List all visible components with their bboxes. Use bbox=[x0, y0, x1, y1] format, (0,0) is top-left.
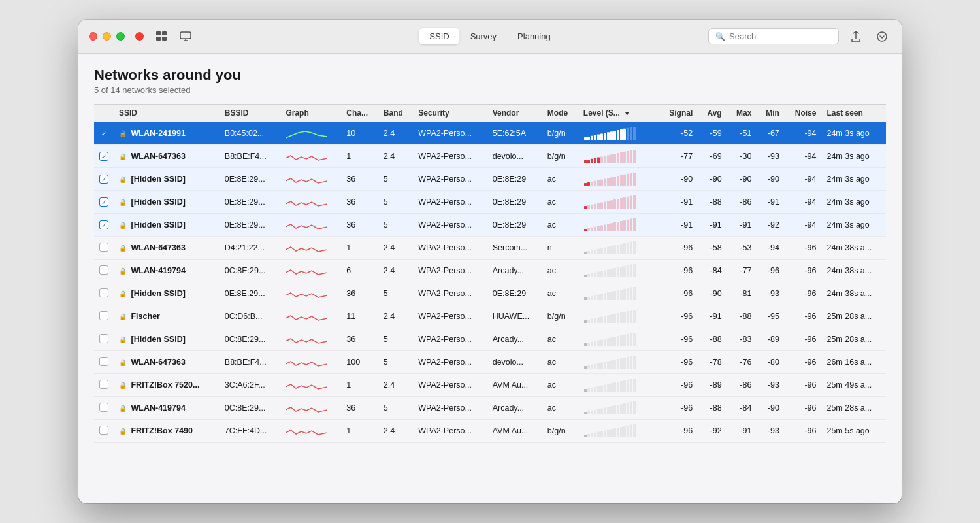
col-level[interactable]: Level (S... ▼ bbox=[578, 105, 659, 122]
row-checkbox[interactable] bbox=[99, 403, 108, 412]
table-row[interactable]: ✓ 🔒 WLAN-647363 B8:BE:F4... 1 2.4 WPA2-P… bbox=[94, 145, 886, 168]
svg-rect-154 bbox=[591, 342, 593, 346]
row-checkbox[interactable]: ✓ bbox=[99, 197, 108, 207]
col-mode[interactable]: Mode bbox=[542, 105, 578, 122]
svg-rect-204 bbox=[597, 409, 600, 414]
table-row[interactable]: 🔒 WLAN-647363 B8:BE:F4... 100 5 WPA2-Per… bbox=[94, 351, 886, 374]
col-graph[interactable]: Graph bbox=[280, 105, 341, 122]
table-row[interactable]: ✓ 🔒 [Hidden SSID] 0E:8E:29... 36 5 WPA2-… bbox=[94, 191, 886, 214]
row-security: WPA2-Perso... bbox=[413, 145, 487, 168]
table-row[interactable]: ✓ 🔒 [Hidden SSID] 0E:8E:29... 36 5 WPA2-… bbox=[94, 214, 886, 237]
maximize-button[interactable] bbox=[116, 32, 125, 41]
row-checkbox[interactable] bbox=[99, 357, 108, 366]
row-checkbox-cell[interactable]: ✓ bbox=[94, 168, 114, 191]
search-input[interactable] bbox=[729, 31, 832, 41]
col-ssid[interactable]: SSID bbox=[114, 105, 220, 122]
row-checkbox-cell[interactable] bbox=[94, 282, 114, 305]
col-noise[interactable]: Noise bbox=[785, 105, 822, 122]
table-row[interactable]: 🔒 WLAN-419794 0C:8E:29... 6 2.4 WPA2-Per… bbox=[94, 260, 886, 282]
row-channel: 1 bbox=[341, 237, 378, 260]
search-bar[interactable]: 🔍 bbox=[708, 28, 839, 44]
row-noise: -96 bbox=[785, 420, 822, 443]
nav-planning[interactable]: Planning bbox=[507, 28, 561, 44]
row-checkbox-cell[interactable] bbox=[94, 260, 114, 282]
row-band: 2.4 bbox=[378, 420, 413, 443]
table-row[interactable]: 🔒 FRITZ!Box 7520... 3C:A6:2F... 1 2.4 WP… bbox=[94, 374, 886, 397]
svg-rect-14 bbox=[604, 133, 606, 140]
col-max[interactable]: Max bbox=[727, 105, 757, 122]
row-checkbox[interactable]: ✓ bbox=[99, 175, 108, 184]
svg-rect-114 bbox=[617, 267, 619, 277]
svg-rect-175 bbox=[607, 361, 610, 369]
col-min[interactable]: Min bbox=[757, 105, 785, 122]
row-checkbox[interactable] bbox=[99, 311, 108, 320]
col-security[interactable]: Security bbox=[413, 105, 487, 122]
row-checkbox[interactable]: ✓ bbox=[99, 129, 108, 138]
svg-rect-135 bbox=[633, 287, 636, 300]
nav-inspector[interactable]: SSID bbox=[419, 28, 459, 44]
col-avg[interactable]: Avg bbox=[698, 105, 727, 122]
svg-rect-224 bbox=[610, 429, 613, 437]
svg-rect-221 bbox=[600, 431, 603, 438]
svg-point-7 bbox=[877, 32, 887, 41]
col-vendor[interactable]: Vendor bbox=[487, 105, 542, 122]
svg-rect-132 bbox=[623, 289, 626, 300]
col-bssid[interactable]: BSSID bbox=[220, 105, 281, 122]
ssid-name: WLAN-419794 bbox=[131, 266, 185, 275]
row-ssid: 🔒 WLAN-647363 bbox=[114, 237, 220, 260]
ssid-name: [Hidden SSID] bbox=[131, 220, 185, 229]
col-channel[interactable]: Cha... bbox=[341, 105, 378, 122]
col-band[interactable]: Band bbox=[378, 105, 413, 122]
row-checkbox-cell[interactable] bbox=[94, 237, 114, 260]
row-checkbox-cell[interactable]: ✓ bbox=[94, 214, 114, 237]
svg-rect-156 bbox=[597, 341, 600, 346]
svg-rect-211 bbox=[620, 404, 623, 414]
level-bar-svg bbox=[583, 150, 642, 163]
row-checkbox-cell[interactable] bbox=[94, 420, 114, 443]
row-max: -90 bbox=[727, 168, 757, 191]
row-checkbox-cell[interactable] bbox=[94, 351, 114, 374]
table-row[interactable]: ✓ 🔒 WLAN-241991 B0:45:02... 10 2.4 WPA2-… bbox=[94, 122, 886, 145]
table-row[interactable]: 🔒 WLAN-647363 D4:21:22... 1 2.4 WPA2-Per… bbox=[94, 237, 886, 260]
monitor-button[interactable] bbox=[176, 27, 195, 46]
row-checkbox[interactable] bbox=[99, 243, 108, 252]
col-last-seen[interactable]: Last seen bbox=[821, 105, 886, 122]
row-noise: -94 bbox=[785, 122, 822, 145]
nav-survey[interactable]: Survey bbox=[460, 28, 507, 44]
row-checkbox[interactable] bbox=[99, 288, 108, 297]
share-button[interactable] bbox=[847, 27, 865, 46]
row-checkbox[interactable] bbox=[99, 265, 108, 275]
row-last-seen: 24m 38s a... bbox=[821, 282, 886, 305]
row-checkbox-cell[interactable] bbox=[94, 328, 114, 351]
row-checkbox-cell[interactable]: ✓ bbox=[94, 122, 114, 145]
table-row[interactable]: 🔒 [Hidden SSID] 0E:8E:29... 36 5 WPA2-Pe… bbox=[94, 282, 886, 305]
table-row[interactable]: 🔒 [Hidden SSID] 0C:8E:29... 36 5 WPA2-Pe… bbox=[94, 328, 886, 351]
row-checkbox-cell[interactable] bbox=[94, 397, 114, 420]
row-last-seen: 24m 38s a... bbox=[821, 260, 886, 282]
networks-table-container[interactable]: SSID BSSID Graph Cha... Band Security Ve… bbox=[94, 104, 886, 503]
svg-rect-61 bbox=[600, 203, 603, 209]
table-row[interactable]: 🔒 FRITZ!Box 7490 7C:FF:4D... 1 2.4 WPA2-… bbox=[94, 420, 886, 443]
row-min: -93 bbox=[757, 374, 785, 397]
row-checkbox[interactable]: ✓ bbox=[99, 220, 108, 229]
table-row[interactable]: ✓ 🔒 [Hidden SSID] 0E:8E:29... 36 5 WPA2-… bbox=[94, 168, 886, 191]
table-row[interactable]: 🔒 Fischer 0C:D6:B... 11 2.4 WPA2-Perso..… bbox=[94, 305, 886, 328]
row-checkbox[interactable]: ✓ bbox=[99, 152, 108, 161]
col-signal[interactable]: Signal bbox=[659, 105, 698, 122]
row-checkbox-cell[interactable]: ✓ bbox=[94, 191, 114, 214]
row-checkbox[interactable] bbox=[99, 380, 108, 389]
minimize-button[interactable] bbox=[103, 32, 111, 41]
row-mode: ac bbox=[542, 214, 578, 237]
row-checkbox-cell[interactable] bbox=[94, 305, 114, 328]
table-row[interactable]: 🔒 WLAN-419794 0C:8E:29... 36 5 WPA2-Pers… bbox=[94, 397, 886, 420]
row-checkbox[interactable] bbox=[99, 426, 108, 435]
svg-rect-26 bbox=[591, 159, 593, 163]
record-button[interactable] bbox=[135, 32, 144, 41]
lock-icon: 🔒 bbox=[119, 222, 127, 229]
row-checkbox-cell[interactable] bbox=[94, 374, 114, 397]
grid-view-button[interactable] bbox=[153, 27, 171, 46]
row-checkbox[interactable] bbox=[99, 334, 108, 343]
chevron-down-button[interactable] bbox=[873, 27, 891, 46]
row-checkbox-cell[interactable]: ✓ bbox=[94, 145, 114, 168]
close-button[interactable] bbox=[89, 32, 97, 41]
